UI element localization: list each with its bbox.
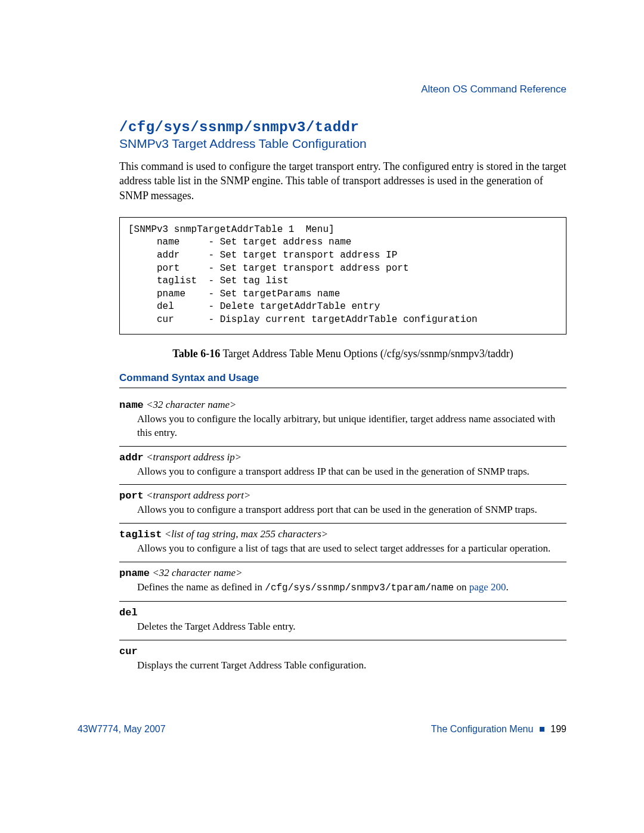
command-entry: name <32 character name>Allows you to co… xyxy=(119,394,566,447)
command-entry: pname <32 character name>Defines the nam… xyxy=(119,562,566,602)
command-signature: taglist <list of tag string, max 255 cha… xyxy=(119,528,566,540)
command-entry: port <transport address port>Allows you … xyxy=(119,485,566,524)
menu-code-block: [SNMPv3 snmpTargetAddrTable 1 Menu] name… xyxy=(119,217,566,335)
inline-code: /cfg/sys/ssnmp/snmpv3/tparam/name xyxy=(265,583,454,593)
page-footer: 43W7774, May 2007 The Configuration Menu… xyxy=(78,724,566,735)
table-column-header: Command Syntax and Usage xyxy=(119,372,566,388)
command-name: taglist xyxy=(119,529,162,540)
command-entry: addr <transport address ip>Allows you to… xyxy=(119,447,566,485)
command-description: Deletes the Target Address Table entry. xyxy=(137,620,566,634)
table-caption: Table 6-16 Target Address Table Menu Opt… xyxy=(119,348,566,360)
footer-left: 43W7774, May 2007 xyxy=(78,724,166,735)
footer-right: The Configuration Menu 199 xyxy=(431,724,566,735)
command-name: name xyxy=(119,400,144,411)
command-description: Allows you to configure a transport addr… xyxy=(137,465,566,479)
command-description: Allows you to configure a list of tags t… xyxy=(137,542,566,556)
command-signature: addr <transport address ip> xyxy=(119,451,566,463)
command-param: <list of tag string, max 255 characters> xyxy=(165,528,329,540)
command-param: <transport address ip> xyxy=(146,451,242,463)
command-description: Displays the current Target Address Tabl… xyxy=(137,659,566,673)
command-path-title: /cfg/sys/ssnmp/snmpv3/taddr xyxy=(119,119,566,135)
command-name: pname xyxy=(119,568,150,579)
command-signature: cur xyxy=(119,645,566,657)
page: Alteon OS Command Reference /cfg/sys/ssn… xyxy=(0,0,644,833)
command-description: Allows you to configure a transport addr… xyxy=(137,503,566,517)
table-label: Table 6-16 xyxy=(172,348,220,360)
command-entry: delDeletes the Target Address Table entr… xyxy=(119,602,566,640)
command-param: <transport address port> xyxy=(146,490,250,501)
footer-section-label: The Configuration Menu xyxy=(431,724,534,734)
intro-paragraph: This command is used to configure the ta… xyxy=(119,159,566,203)
command-entry: taglist <list of tag string, max 255 cha… xyxy=(119,524,566,562)
command-param: <32 character name> xyxy=(152,567,242,578)
section-subtitle: SNMPv3 Target Address Table Configuratio… xyxy=(119,137,566,151)
command-table-body: name <32 character name>Allows you to co… xyxy=(119,394,566,679)
command-name: addr xyxy=(119,452,144,463)
command-signature: pname <32 character name> xyxy=(119,567,566,579)
command-signature: name <32 character name> xyxy=(119,399,566,411)
table-caption-text: Target Address Table Menu Options (/cfg/… xyxy=(220,348,513,360)
command-signature: del xyxy=(119,606,566,618)
command-entry: curDisplays the current Target Address T… xyxy=(119,640,566,679)
command-description: Defines the name as defined in /cfg/sys/… xyxy=(137,581,566,595)
running-header: Alteon OS Command Reference xyxy=(421,83,566,95)
page-link[interactable]: page 200 xyxy=(469,581,506,593)
command-name: port xyxy=(119,490,144,501)
command-description: Allows you to configure the locally arbi… xyxy=(137,413,566,440)
page-number: 199 xyxy=(550,724,566,734)
square-bullet-icon xyxy=(540,727,544,732)
command-param: <32 character name> xyxy=(146,399,236,410)
command-signature: port <transport address port> xyxy=(119,490,566,501)
command-name: cur xyxy=(119,646,138,657)
command-name: del xyxy=(119,607,138,618)
